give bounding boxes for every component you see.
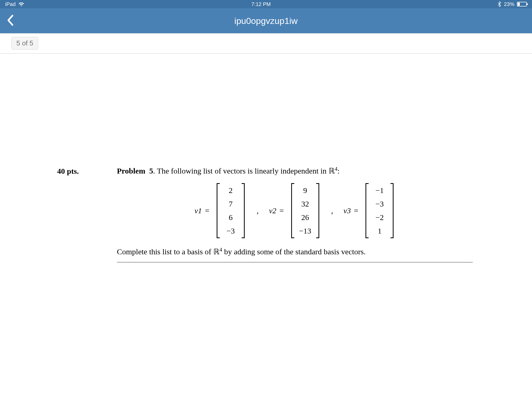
problem-statement: Problem 5. The following list of vectors… — [117, 165, 473, 176]
points-label: 40 pts. — [57, 165, 117, 176]
bluetooth-icon — [498, 1, 501, 7]
counter-strip: 5 of 5 — [0, 33, 532, 54]
problem-instruction: Complete this list to a basis of ℝ4 by a… — [117, 246, 473, 257]
divider — [117, 262, 473, 262]
nav-bar: ipu0opgvzup1iw — [0, 8, 532, 33]
wifi-icon — [18, 2, 24, 6]
problem-block: 40 pts. Problem 5. The following list of… — [57, 165, 473, 262]
battery-percent: 23% — [504, 1, 514, 7]
status-time: 7:12 PM — [251, 1, 271, 7]
vector-v3: −1−3−21 — [364, 183, 395, 238]
status-left: iPad — [5, 1, 24, 7]
nav-title: ipu0opgvzup1iw — [0, 16, 532, 26]
battery-icon — [517, 2, 527, 6]
vector-v1: 276−3 — [215, 183, 246, 238]
page-counter[interactable]: 5 of 5 — [11, 37, 38, 50]
vector-v2: 93226−13 — [290, 183, 321, 238]
status-right: 23% — [498, 1, 527, 7]
device-label: iPad — [5, 1, 16, 7]
vectors-display: v1= 276−3 , v2= — [117, 183, 473, 238]
status-bar: iPad 7:12 PM 23% — [0, 0, 532, 8]
document-page[interactable]: 40 pts. Problem 5. The following list of… — [0, 54, 532, 399]
back-button[interactable] — [0, 14, 21, 28]
